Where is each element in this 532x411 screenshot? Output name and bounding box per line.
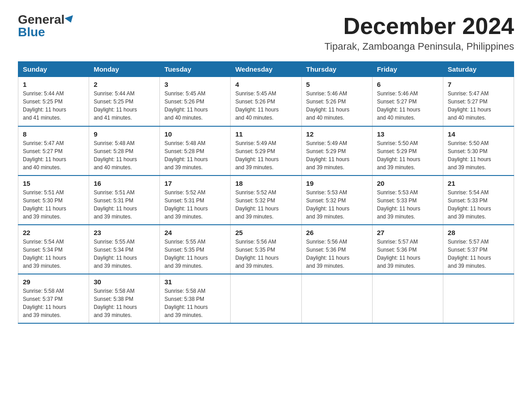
- day-number: 7: [448, 81, 509, 88]
- day-number: 27: [377, 229, 438, 236]
- day-info: Sunrise: 5:47 AM Sunset: 5:27 PM Dayligh…: [448, 90, 509, 122]
- day-cell: 10Sunrise: 5:48 AM Sunset: 5:28 PM Dayli…: [160, 126, 231, 176]
- day-number: 13: [377, 130, 438, 138]
- calendar-body: 1Sunrise: 5:44 AM Sunset: 5:25 PM Daylig…: [18, 77, 514, 323]
- day-number: 24: [164, 229, 226, 236]
- day-number: 25: [235, 229, 296, 236]
- day-info: Sunrise: 5:49 AM Sunset: 5:29 PM Dayligh…: [235, 139, 296, 171]
- day-number: 4: [235, 81, 296, 88]
- day-cell: [301, 274, 372, 323]
- day-cell: 1Sunrise: 5:44 AM Sunset: 5:25 PM Daylig…: [18, 77, 89, 126]
- day-number: 18: [235, 180, 296, 187]
- day-number: 31: [164, 278, 226, 286]
- day-cell: 5Sunrise: 5:46 AM Sunset: 5:26 PM Daylig…: [301, 77, 372, 126]
- day-cell: 28Sunrise: 5:57 AM Sunset: 5:37 PM Dayli…: [443, 225, 514, 274]
- header-cell-sunday: Sunday: [18, 62, 89, 77]
- day-number: 3: [164, 81, 226, 88]
- week-row-2: 8Sunrise: 5:47 AM Sunset: 5:27 PM Daylig…: [18, 126, 514, 176]
- day-number: 12: [306, 130, 368, 138]
- header-row: SundayMondayTuesdayWednesdayThursdayFrid…: [18, 62, 514, 77]
- header-cell-monday: Monday: [89, 62, 160, 77]
- day-info: Sunrise: 5:52 AM Sunset: 5:31 PM Dayligh…: [164, 188, 226, 221]
- day-cell: 19Sunrise: 5:53 AM Sunset: 5:32 PM Dayli…: [301, 176, 372, 225]
- day-number: 19: [306, 180, 368, 187]
- day-info: Sunrise: 5:50 AM Sunset: 5:30 PM Dayligh…: [448, 139, 509, 171]
- day-info: Sunrise: 5:57 AM Sunset: 5:36 PM Dayligh…: [377, 238, 438, 270]
- calendar-header: SundayMondayTuesdayWednesdayThursdayFrid…: [18, 62, 514, 77]
- day-cell: 16Sunrise: 5:51 AM Sunset: 5:31 PM Dayli…: [89, 176, 160, 225]
- day-number: 17: [164, 180, 226, 187]
- day-cell: 8Sunrise: 5:47 AM Sunset: 5:27 PM Daylig…: [18, 126, 89, 176]
- day-cell: [443, 274, 514, 323]
- day-cell: 30Sunrise: 5:58 AM Sunset: 5:38 PM Dayli…: [89, 274, 160, 323]
- day-number: 5: [306, 81, 368, 88]
- day-cell: 15Sunrise: 5:51 AM Sunset: 5:30 PM Dayli…: [18, 176, 89, 225]
- day-cell: [231, 274, 301, 323]
- day-cell: 11Sunrise: 5:49 AM Sunset: 5:29 PM Dayli…: [231, 126, 301, 176]
- day-info: Sunrise: 5:58 AM Sunset: 5:37 PM Dayligh…: [23, 287, 84, 319]
- day-info: Sunrise: 5:58 AM Sunset: 5:38 PM Dayligh…: [94, 287, 155, 319]
- day-cell: 23Sunrise: 5:55 AM Sunset: 5:34 PM Dayli…: [89, 225, 160, 274]
- day-cell: 12Sunrise: 5:49 AM Sunset: 5:29 PM Dayli…: [301, 126, 372, 176]
- header-cell-friday: Friday: [372, 62, 443, 77]
- day-info: Sunrise: 5:45 AM Sunset: 5:26 PM Dayligh…: [235, 90, 296, 122]
- day-number: 20: [377, 180, 438, 187]
- logo: General Blue: [18, 13, 74, 39]
- day-cell: 17Sunrise: 5:52 AM Sunset: 5:31 PM Dayli…: [160, 176, 231, 225]
- day-info: Sunrise: 5:57 AM Sunset: 5:37 PM Dayligh…: [448, 238, 509, 270]
- header: General Blue December 2024 Tiparak, Zamb…: [18, 13, 514, 52]
- day-cell: 31Sunrise: 5:58 AM Sunset: 5:38 PM Dayli…: [160, 274, 231, 323]
- day-info: Sunrise: 5:51 AM Sunset: 5:30 PM Dayligh…: [23, 188, 84, 221]
- month-title: December 2024: [324, 13, 514, 39]
- day-number: 22: [23, 229, 84, 236]
- day-number: 6: [377, 81, 438, 88]
- day-info: Sunrise: 5:48 AM Sunset: 5:28 PM Dayligh…: [164, 139, 226, 171]
- day-cell: 20Sunrise: 5:53 AM Sunset: 5:33 PM Dayli…: [372, 176, 443, 225]
- day-number: 16: [94, 180, 155, 187]
- day-number: 30: [94, 278, 155, 286]
- day-cell: 25Sunrise: 5:56 AM Sunset: 5:35 PM Dayli…: [231, 225, 301, 274]
- day-info: Sunrise: 5:49 AM Sunset: 5:29 PM Dayligh…: [306, 139, 368, 171]
- day-number: 21: [448, 180, 509, 187]
- day-number: 29: [23, 278, 84, 286]
- week-row-1: 1Sunrise: 5:44 AM Sunset: 5:25 PM Daylig…: [18, 77, 514, 126]
- day-info: Sunrise: 5:50 AM Sunset: 5:29 PM Dayligh…: [377, 139, 438, 171]
- day-info: Sunrise: 5:58 AM Sunset: 5:38 PM Dayligh…: [164, 287, 226, 319]
- day-number: 11: [235, 130, 296, 138]
- header-cell-saturday: Saturday: [443, 62, 514, 77]
- day-cell: 29Sunrise: 5:58 AM Sunset: 5:37 PM Dayli…: [18, 274, 89, 323]
- day-number: 8: [23, 130, 84, 138]
- day-info: Sunrise: 5:44 AM Sunset: 5:25 PM Dayligh…: [23, 90, 84, 122]
- day-number: 2: [94, 81, 155, 88]
- week-row-3: 15Sunrise: 5:51 AM Sunset: 5:30 PM Dayli…: [18, 176, 514, 225]
- logo-blue-text: Blue: [18, 26, 74, 39]
- header-cell-wednesday: Wednesday: [231, 62, 301, 77]
- day-cell: 4Sunrise: 5:45 AM Sunset: 5:26 PM Daylig…: [231, 77, 301, 126]
- day-number: 10: [164, 130, 226, 138]
- day-number: 23: [94, 229, 155, 236]
- day-cell: [372, 274, 443, 323]
- day-cell: 24Sunrise: 5:55 AM Sunset: 5:35 PM Dayli…: [160, 225, 231, 274]
- day-info: Sunrise: 5:54 AM Sunset: 5:34 PM Dayligh…: [23, 238, 84, 270]
- day-cell: 14Sunrise: 5:50 AM Sunset: 5:30 PM Dayli…: [443, 126, 514, 176]
- title-area: December 2024 Tiparak, Zamboanga Peninsu…: [324, 13, 514, 52]
- day-info: Sunrise: 5:46 AM Sunset: 5:26 PM Dayligh…: [306, 90, 368, 122]
- week-row-4: 22Sunrise: 5:54 AM Sunset: 5:34 PM Dayli…: [18, 225, 514, 274]
- day-info: Sunrise: 5:48 AM Sunset: 5:28 PM Dayligh…: [94, 139, 155, 171]
- day-info: Sunrise: 5:55 AM Sunset: 5:34 PM Dayligh…: [94, 238, 155, 270]
- day-info: Sunrise: 5:56 AM Sunset: 5:35 PM Dayligh…: [235, 238, 296, 270]
- calendar-table: SundayMondayTuesdayWednesdayThursdayFrid…: [18, 61, 514, 324]
- day-cell: 22Sunrise: 5:54 AM Sunset: 5:34 PM Dayli…: [18, 225, 89, 274]
- week-row-5: 29Sunrise: 5:58 AM Sunset: 5:37 PM Dayli…: [18, 274, 514, 323]
- location-subtitle: Tiparak, Zamboanga Peninsula, Philippine…: [324, 41, 514, 52]
- day-info: Sunrise: 5:54 AM Sunset: 5:33 PM Dayligh…: [448, 188, 509, 221]
- day-number: 14: [448, 130, 509, 138]
- day-cell: 6Sunrise: 5:46 AM Sunset: 5:27 PM Daylig…: [372, 77, 443, 126]
- day-info: Sunrise: 5:51 AM Sunset: 5:31 PM Dayligh…: [94, 188, 155, 221]
- header-cell-thursday: Thursday: [301, 62, 372, 77]
- day-cell: 18Sunrise: 5:52 AM Sunset: 5:32 PM Dayli…: [231, 176, 301, 225]
- day-info: Sunrise: 5:53 AM Sunset: 5:33 PM Dayligh…: [377, 188, 438, 221]
- day-info: Sunrise: 5:47 AM Sunset: 5:27 PM Dayligh…: [23, 139, 84, 171]
- day-info: Sunrise: 5:56 AM Sunset: 5:36 PM Dayligh…: [306, 238, 368, 270]
- day-number: 15: [23, 180, 84, 187]
